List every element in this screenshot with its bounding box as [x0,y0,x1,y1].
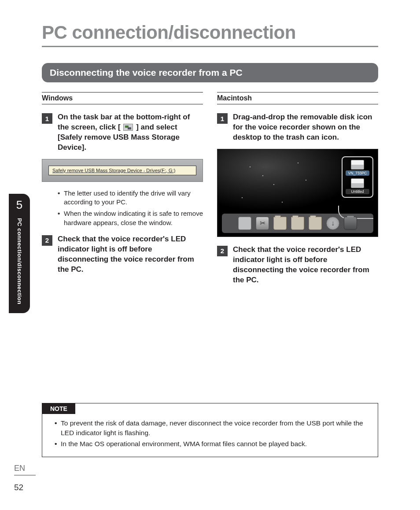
windows-column: Windows 1 On the task bar at the bottom-… [42,92,203,292]
windows-step-1: 1 On the task bar at the bottom-right of… [42,112,203,153]
step-number: 1 [217,113,228,124]
step-number: 2 [217,246,228,256]
step-body: Check that the voice recorder's LED indi… [233,245,378,285]
drive-vn733pc: VN_733PC [344,160,371,176]
dock-app-icon [238,217,251,230]
step-number: 2 [42,235,52,246]
chapter-number: 5 [16,198,22,212]
dock-trash-icon [344,217,357,230]
note-label: NOTE [42,403,75,414]
desktop-drives: VN_733PC Untitled [342,156,373,198]
mac-step-1: 1 Drag-and-drop the removable disk icon … [217,112,378,143]
mac-label: Macintosh [217,92,378,104]
dock-downloads-icon [326,217,339,230]
step-body: Drag-and-drop the removable disk icon fo… [233,112,378,143]
language-code: EN [14,464,36,476]
list-item: When the window indicating it is safe to… [58,209,203,227]
dock-folder-icon [291,217,304,230]
dock-folder-icon [273,217,287,230]
note-box: NOTE To prevent the risk of data damage,… [42,403,378,457]
usb-tray-icon [123,124,133,131]
windows-taskbar-screenshot: Safely remove USB Mass Storage Device - … [42,159,203,182]
step-number: 1 [42,113,52,124]
windows-step-2: 2 Check that the voice recorder's LED in… [42,234,203,275]
list-item: The letter used to identify the drive wi… [58,189,203,207]
list-item: To prevent the risk of data damage, neve… [55,418,370,437]
safe-remove-tooltip: Safely remove USB Mass Storage Device - … [48,166,196,175]
drive-icon [351,178,364,188]
step-body: On the task bar at the bottom-right of t… [58,112,203,153]
step-body: Check that the voice recorder's LED indi… [58,234,203,275]
page-number: 52 [14,483,23,492]
chapter-title: PC connection/disconnection [16,218,23,304]
list-item: In the Mac OS operational environment, W… [55,439,370,449]
note-list: To prevent the risk of data damage, neve… [42,414,378,457]
drive-label: VN_733PC [346,170,369,176]
section-heading: Disconnecting the voice recorder from a … [42,63,378,82]
drive-label: Untitled [346,189,369,194]
mac-desktop-screenshot: VN_733PC Untitled [217,149,378,237]
mac-column: Macintosh 1 Drag-and-drop the removable … [217,92,378,292]
page-title: PC connection/disconnection [42,22,378,47]
dock-folder-icon [309,217,322,230]
mac-step-2: 2 Check that the voice recorder's LED in… [217,245,378,285]
mac-dock [222,214,373,233]
chapter-tab: 5 PC connection/disconnection [9,194,30,313]
drive-icon [351,160,364,170]
step1-bold: Safely remove USB Mass Storage Device [58,133,180,152]
windows-notes-list: The letter used to identify the drive wi… [42,189,203,227]
step1-end: ]. [82,143,86,152]
drive-untitled: Untitled [344,178,371,194]
windows-label: Windows [42,92,203,104]
dock-scissors-icon [256,217,269,230]
